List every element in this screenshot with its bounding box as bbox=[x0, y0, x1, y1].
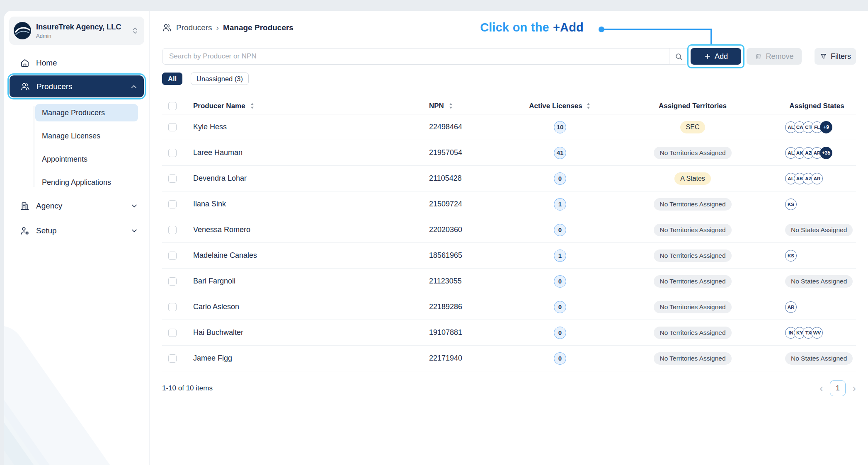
states-cell: KS bbox=[778, 199, 856, 210]
states-cell: No States Assigned bbox=[778, 352, 856, 365]
active-licenses-cell: 1 bbox=[512, 198, 608, 211]
territory-badge: SEC bbox=[680, 121, 706, 133]
row-select-cell bbox=[162, 303, 183, 311]
current-page-button[interactable]: 1 bbox=[830, 380, 846, 396]
org-selector-icon bbox=[131, 27, 139, 35]
select-all-checkbox[interactable] bbox=[168, 102, 177, 110]
sidebar-item-manage-licenses[interactable]: Manage Licenses bbox=[35, 127, 138, 145]
active-licenses-badge: 0 bbox=[554, 301, 566, 313]
state-overflow-chip[interactable]: +9 bbox=[820, 121, 832, 133]
table-row: Devendra Lohar 21105428 0 A States ALAKA… bbox=[162, 166, 856, 191]
row-checkbox[interactable] bbox=[168, 354, 177, 363]
row-checkbox[interactable] bbox=[168, 252, 177, 260]
column-header-active-licenses[interactable]: Active Licenses bbox=[512, 102, 608, 110]
state-overflow-chip[interactable]: +35 bbox=[820, 147, 832, 159]
sidebar-item-label: Setup bbox=[36, 226, 57, 235]
producers-icon bbox=[20, 82, 30, 92]
producer-name[interactable]: Devendra Lohar bbox=[183, 174, 421, 183]
sort-icon[interactable] bbox=[586, 102, 591, 109]
producer-npn: 22189286 bbox=[421, 303, 512, 311]
row-select-cell bbox=[162, 149, 183, 157]
sidebar-item-agency[interactable]: Agency bbox=[9, 197, 144, 215]
search-input[interactable] bbox=[162, 48, 669, 64]
territories-cell: No Territories Assigned bbox=[608, 198, 778, 211]
row-checkbox[interactable] bbox=[168, 174, 177, 183]
row-checkbox[interactable] bbox=[168, 200, 177, 208]
active-licenses-cell: 10 bbox=[512, 121, 608, 133]
no-states-badge: No States Assigned bbox=[785, 352, 853, 365]
active-licenses-badge: 1 bbox=[554, 249, 566, 262]
tab-unassigned[interactable]: Unassigned (3) bbox=[191, 73, 249, 85]
sidebar-item-producers[interactable]: Producers bbox=[10, 75, 144, 97]
column-header-producer-name[interactable]: Producer Name bbox=[183, 102, 421, 110]
sidebar-item-setup[interactable]: Setup bbox=[9, 222, 144, 240]
home-icon bbox=[20, 58, 30, 68]
org-name: InsureTrek Agency, LLC bbox=[36, 22, 121, 31]
row-select-cell bbox=[162, 354, 183, 363]
org-switcher[interactable]: InsureTrek Agency, LLC Admin bbox=[9, 17, 144, 45]
table-row: Jamee Figg 22171940 0 No Territories Ass… bbox=[162, 346, 856, 371]
chevron-down-icon bbox=[130, 202, 138, 210]
subnav-label: Manage Producers bbox=[42, 109, 105, 117]
row-select-cell bbox=[162, 123, 183, 131]
toolbar: Add Remove Filters bbox=[162, 48, 856, 65]
sidebar-item-label: Home bbox=[36, 58, 57, 68]
states-cell: ALCACTFL+9 bbox=[778, 121, 856, 133]
producer-name[interactable]: Hai Buchwalter bbox=[183, 328, 421, 337]
producer-name[interactable]: Madelaine Canales bbox=[183, 251, 421, 260]
sort-icon[interactable] bbox=[250, 102, 255, 109]
column-header-npn[interactable]: NPN bbox=[421, 102, 512, 110]
active-licenses-badge: 41 bbox=[554, 147, 567, 159]
state-chip: WV bbox=[811, 327, 823, 339]
column-label: Assigned Territories bbox=[659, 102, 727, 110]
territory-badge: No Territories Assigned bbox=[654, 147, 731, 159]
table-row: Laree Hauman 21957054 41 No Territories … bbox=[162, 140, 856, 166]
subnav-label: Manage Licenses bbox=[42, 132, 100, 140]
active-licenses-cell: 0 bbox=[512, 275, 608, 288]
territory-badge: No Territories Assigned bbox=[654, 224, 731, 236]
search-button[interactable] bbox=[669, 48, 688, 64]
filter-funnel-icon bbox=[820, 53, 827, 61]
filter-tabs: All Unassigned (3) bbox=[162, 73, 856, 85]
row-checkbox[interactable] bbox=[168, 329, 177, 337]
row-checkbox[interactable] bbox=[168, 277, 177, 286]
row-checkbox[interactable] bbox=[168, 226, 177, 234]
producer-npn: 21105428 bbox=[421, 174, 512, 183]
chevron-up-icon bbox=[130, 82, 138, 91]
row-select-cell bbox=[162, 277, 183, 286]
sidebar-item-label: Agency bbox=[36, 201, 62, 211]
row-checkbox[interactable] bbox=[168, 303, 177, 311]
row-checkbox[interactable] bbox=[168, 123, 177, 131]
producer-npn: 21509724 bbox=[421, 200, 512, 208]
sidebar-item-appointments[interactable]: Appointments bbox=[35, 150, 138, 168]
remove-button[interactable]: Remove bbox=[747, 48, 802, 65]
breadcrumb-separator: › bbox=[216, 23, 219, 32]
select-all-cell bbox=[162, 102, 183, 110]
sidebar-item-pending-applications[interactable]: Pending Applications bbox=[35, 174, 138, 191]
producer-name[interactable]: Ilana Sink bbox=[183, 200, 421, 208]
producer-name[interactable]: Venessa Romero bbox=[183, 225, 421, 234]
chevron-down-icon bbox=[130, 227, 138, 235]
producer-name[interactable]: Jamee Figg bbox=[183, 354, 421, 363]
prev-page-icon[interactable]: ‹ bbox=[820, 383, 823, 394]
sort-icon[interactable] bbox=[448, 102, 453, 109]
producer-name[interactable]: Carlo Asleson bbox=[183, 303, 421, 311]
pagination: ‹ 1 › bbox=[820, 380, 856, 396]
state-chip: AR bbox=[811, 173, 823, 184]
producer-name[interactable]: Kyle Hess bbox=[183, 123, 421, 131]
row-checkbox[interactable] bbox=[168, 149, 177, 157]
sidebar-item-manage-producers[interactable]: Manage Producers bbox=[35, 104, 138, 121]
territories-cell: SEC bbox=[608, 121, 778, 133]
producer-name[interactable]: Bari Fargnoli bbox=[183, 277, 421, 286]
breadcrumb-section[interactable]: Producers bbox=[176, 23, 212, 32]
sidebar-item-home[interactable]: Home bbox=[9, 54, 144, 72]
territory-badge: No Territories Assigned bbox=[654, 249, 731, 262]
add-button[interactable]: Add bbox=[691, 48, 741, 65]
producer-npn: 22498464 bbox=[421, 123, 512, 131]
states-cell: ALAKAZAR bbox=[778, 173, 856, 184]
territories-cell: No Territories Assigned bbox=[608, 249, 778, 262]
producer-name[interactable]: Laree Hauman bbox=[183, 148, 421, 157]
filters-button[interactable]: Filters bbox=[815, 48, 856, 65]
tab-all[interactable]: All bbox=[162, 73, 182, 85]
next-page-icon[interactable]: › bbox=[852, 383, 856, 394]
